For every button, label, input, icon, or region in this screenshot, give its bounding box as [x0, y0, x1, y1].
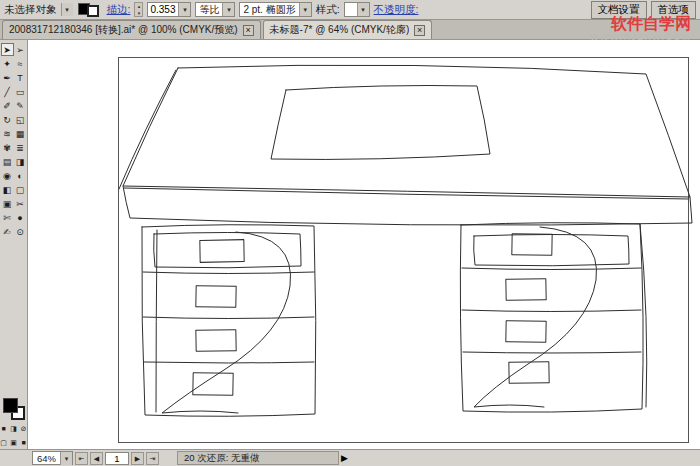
live-paint-selection-tool[interactable]: ▢: [14, 183, 27, 196]
live-paint-bucket-tool[interactable]: ◧: [1, 183, 14, 196]
none-button[interactable]: ⊘: [20, 424, 28, 433]
opacity-label[interactable]: 不透明度:: [374, 3, 419, 17]
scissors-tool[interactable]: ✄: [1, 211, 14, 224]
stroke-width-stepper[interactable]: ▴ ▾: [134, 2, 143, 17]
chevron-down-icon[interactable]: ▾: [299, 3, 311, 16]
rectangle-tool[interactable]: ▭: [14, 85, 27, 98]
line-segment-tool[interactable]: ╱: [1, 85, 14, 98]
preferences-button[interactable]: 首选项: [651, 1, 697, 19]
chevron-down-icon[interactable]: ▾: [178, 3, 190, 16]
stroke-width-dropdown: ▾: [147, 2, 191, 17]
free-transform-tool[interactable]: ▦: [14, 127, 27, 140]
control-bar: 未选择对象 ▾ 描边: ▴ ▾ ▾ 等比 ▾ 2 pt. 椭圆形 ▾ 样式: ▾…: [0, 0, 700, 20]
zoom-tool[interactable]: ⊙: [14, 225, 27, 238]
blend-tool[interactable]: ◐: [14, 169, 27, 182]
warp-tool[interactable]: ≋: [1, 127, 14, 140]
pencil-tool[interactable]: ✎: [14, 99, 27, 112]
status-expander-icon[interactable]: ▶: [341, 453, 353, 463]
close-icon[interactable]: ×: [243, 25, 254, 36]
status-readout[interactable]: 20 次还原: 无重做: [177, 451, 339, 465]
status-bar: 64% ▾ ⇤ ◀ ▶ ⇥ 20 次还原: 无重做 ▶: [0, 449, 700, 466]
artboard-outline: [119, 58, 689, 443]
selection-status: 未选择对象: [4, 3, 57, 17]
direct-selection-tool[interactable]: ➢: [14, 43, 27, 56]
first-artboard-button[interactable]: ⇤: [75, 452, 88, 465]
zoom-level: 64%: [33, 453, 60, 464]
type-tool[interactable]: T: [14, 71, 27, 84]
previous-artboard-button[interactable]: ◀: [90, 452, 103, 465]
fill-swatch[interactable]: [3, 398, 18, 413]
paint-mode-row: ■ ◨ ⊘: [0, 424, 28, 433]
desk-sketch: [28, 40, 700, 449]
screen-mode-row: ▢ ▣ ■: [0, 438, 28, 447]
fill-stroke-controls: [77, 2, 103, 18]
hand-tool[interactable]: ✍: [1, 225, 14, 238]
document-tab-bar: 200831712180346 [转换].ai* @ 100% (CMYK/预览…: [0, 20, 700, 40]
slice-tool[interactable]: ✂: [14, 197, 27, 210]
gradient-tool[interactable]: ◨: [14, 155, 27, 168]
blob-brush-tool[interactable]: ●: [14, 211, 27, 224]
menu-screen-mode-button[interactable]: ▣: [10, 438, 18, 447]
color-button[interactable]: ■: [0, 424, 8, 433]
stroke-label[interactable]: 描边:: [107, 3, 131, 17]
brush-definition-value: 2 pt. 椭圆形: [240, 3, 298, 17]
tab-title: 200831712180346 [转换].ai* @ 100% (CMYK/预览…: [9, 23, 238, 37]
paintbrush-tool[interactable]: ✐: [1, 99, 14, 112]
artboard-number-field[interactable]: [105, 452, 129, 465]
style-dropdown[interactable]: ▾: [344, 2, 370, 17]
symbol-sprayer-tool[interactable]: ✾: [1, 141, 14, 154]
mesh-tool[interactable]: ▤: [1, 155, 14, 168]
stroke-color-swatch[interactable]: [87, 5, 99, 17]
illustrator-window: 未选择对象 ▾ 描边: ▴ ▾ ▾ 等比 ▾ 2 pt. 椭圆形 ▾ 样式: ▾…: [0, 0, 700, 466]
document-tab-2[interactable]: 未标题-7* @ 64% (CMYK/轮廓) ×: [263, 20, 433, 39]
zoom-select[interactable]: 64% ▾: [32, 451, 73, 465]
selection-tool[interactable]: ➤: [1, 43, 14, 56]
width-profile-dropdown[interactable]: 等比 ▾: [195, 2, 235, 17]
full-screen-mode-button[interactable]: ■: [20, 438, 28, 447]
close-icon[interactable]: ×: [414, 25, 425, 36]
magic-wand-tool[interactable]: ✦: [1, 57, 14, 70]
stepper-down-icon[interactable]: ▾: [135, 10, 142, 17]
last-artboard-button[interactable]: ⇥: [146, 452, 159, 465]
status-text: 20 次还原: 无重做: [184, 452, 260, 465]
tools-panel: ➤ ➢ ✦ ≈ ✒ T ╱ ▭ ✐ ✎ ↻ ◱ ≋ ▦ ✾ ≣ ▤ ◨ ◉ ◐: [0, 40, 28, 449]
width-profile-value: 等比: [196, 3, 222, 17]
crop-area-tool[interactable]: ▣: [1, 197, 14, 210]
chevron-down-icon[interactable]: ▾: [357, 3, 369, 16]
tool-grid: ➤ ➢ ✦ ≈ ✒ T ╱ ▭ ✐ ✎ ↻ ◱ ≋ ▦ ✾ ≣ ▤ ◨ ◉ ◐: [1, 43, 27, 239]
pen-tool[interactable]: ✒: [1, 71, 14, 84]
brush-definition-dropdown[interactable]: 2 pt. 椭圆形 ▾: [239, 2, 311, 17]
fill-stroke-indicator: [2, 397, 26, 421]
normal-screen-mode-button[interactable]: ▢: [0, 438, 8, 447]
stroke-width-input[interactable]: [148, 4, 178, 16]
eyedropper-tool[interactable]: ◉: [1, 169, 14, 182]
tab-title: 未标题-7* @ 64% (CMYK/轮廓): [270, 23, 410, 37]
chevron-down-icon[interactable]: ▾: [61, 3, 73, 16]
stepper-up-icon[interactable]: ▴: [135, 3, 142, 10]
graph-tool[interactable]: ≣: [14, 141, 27, 154]
document-setup-button[interactable]: 文档设置: [591, 1, 647, 19]
chevron-down-icon[interactable]: ▾: [60, 452, 72, 465]
gradient-button[interactable]: ◨: [10, 424, 18, 433]
scale-tool[interactable]: ◱: [14, 113, 27, 126]
rotate-tool[interactable]: ↻: [1, 113, 14, 126]
next-artboard-button[interactable]: ▶: [131, 452, 144, 465]
style-label: 样式:: [316, 3, 340, 17]
document-tab-1[interactable]: 200831712180346 [转换].ai* @ 100% (CMYK/预览…: [2, 20, 261, 39]
canvas[interactable]: [28, 40, 700, 449]
chevron-down-icon[interactable]: ▾: [222, 3, 234, 16]
lasso-tool[interactable]: ≈: [14, 57, 27, 70]
main-area: ➤ ➢ ✦ ≈ ✒ T ╱ ▭ ✐ ✎ ↻ ◱ ≋ ▦ ✾ ≣ ▤ ◨ ◉ ◐: [0, 40, 700, 449]
